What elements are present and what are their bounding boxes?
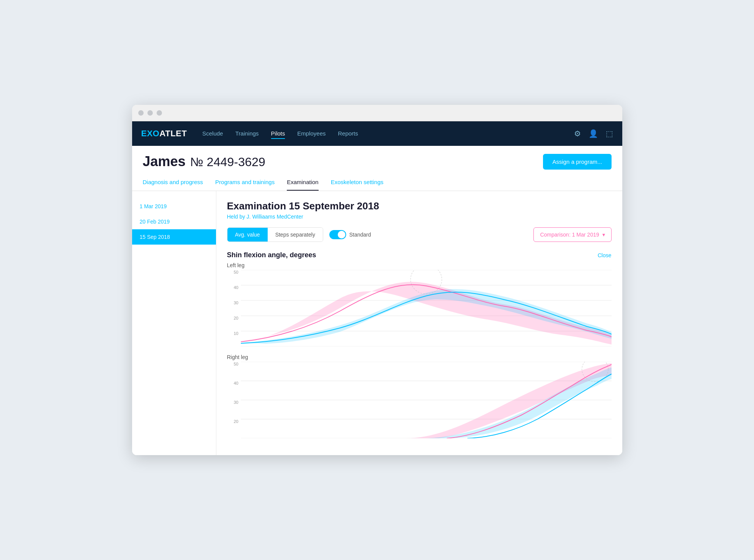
patient-header: James № 2449-3629 Assign a program... [132,146,622,170]
left-leg-chart: 50 40 30 20 10 [227,270,612,346]
exam-subtitle: Held by J. Williaams MedCenter [227,214,612,220]
right-leg-chart-area [241,362,612,438]
left-leg-chart-area [241,270,612,346]
nav-links: Scelude Trainings Pilots Employees Repor… [202,129,574,139]
browser-chrome [132,105,622,121]
nav-link-reports[interactable]: Reports [338,129,358,139]
user-icon[interactable]: 👤 [589,129,598,138]
right-leg-y-axis: 50 40 30 20 [227,362,241,438]
left-leg-label: Left leg [227,262,612,268]
nav-icons: ⚙ 👤 ⬚ [574,129,613,138]
section-header: Shin flexion angle, degrees Close [227,251,612,259]
sidebar: 1 Mar 2019 20 Feb 2019 15 Sep 2018 [132,191,216,455]
logo-atlet: ATLET [159,129,187,138]
patient-tabs: Diagnosis and progress Programs and trai… [132,174,622,191]
toggle-bar: Avg. value Steps separately Standard Com… [227,227,612,242]
right-leg-chart: 50 40 30 20 [227,362,612,438]
standard-switch[interactable] [329,230,346,239]
logo: EXOATLET [141,129,187,139]
logout-icon[interactable]: ⬚ [606,129,613,138]
browser-dot-2 [147,110,153,116]
right-leg-label: Right leg [227,354,612,360]
browser-dot-3 [157,110,162,116]
standard-label: Standard [349,232,371,238]
patient-first-name: James [143,153,186,170]
right-leg-svg [241,362,612,438]
exam-title: Examination 15 September 2018 [227,200,612,212]
patient-id: № 2449-3629 [190,155,265,169]
sidebar-item-1mar[interactable]: 1 Mar 2019 [132,199,216,214]
content-area: Examination 15 September 2018 Held by J.… [216,191,622,455]
tab-exoskeleton[interactable]: Exoskeleton settings [331,174,384,191]
sidebar-item-15sep[interactable]: 15 Sep 2018 [132,229,216,245]
patient-name-block: James № 2449-3629 [143,153,265,170]
browser-window: EXOATLET Scelude Trainings Pilots Employ… [132,105,622,455]
comparison-chevron-icon: ▾ [602,232,605,238]
view-toggle-group: Avg. value Steps separately [227,227,323,242]
comparison-select[interactable]: Comparison: 1 Mar 2019 ▾ [533,227,611,242]
section-title: Shin flexion angle, degrees [227,251,316,259]
tab-diagnosis[interactable]: Diagnosis and progress [143,174,203,191]
close-button[interactable]: Close [598,252,612,258]
assign-program-button[interactable]: Assign a program... [543,154,611,170]
tab-examination[interactable]: Examination [287,174,319,191]
left-leg-svg [241,270,612,346]
main-content: 1 Mar 2019 20 Feb 2019 15 Sep 2018 Exami… [132,191,622,455]
settings-icon[interactable]: ⚙ [574,129,581,138]
left-leg-y-axis: 50 40 30 20 10 [227,270,241,346]
sidebar-item-20feb[interactable]: 20 Feb 2019 [132,214,216,229]
nav-link-scelude[interactable]: Scelude [202,129,223,139]
nav-link-pilots[interactable]: Pilots [271,129,285,139]
nav-link-trainings[interactable]: Trainings [235,129,258,139]
tab-programs[interactable]: Programs and trainings [215,174,275,191]
logo-exo: EXO [141,129,160,138]
avg-value-button[interactable]: Avg. value [227,228,268,242]
steps-separately-button[interactable]: Steps separately [268,228,323,242]
standard-toggle: Standard [329,230,371,239]
comparison-label: Comparison: 1 Mar 2019 [540,232,599,238]
browser-dot-1 [138,110,144,116]
nav-link-employees[interactable]: Employees [297,129,325,139]
navbar: EXOATLET Scelude Trainings Pilots Employ… [132,121,622,146]
left-cyan-band [241,289,612,344]
